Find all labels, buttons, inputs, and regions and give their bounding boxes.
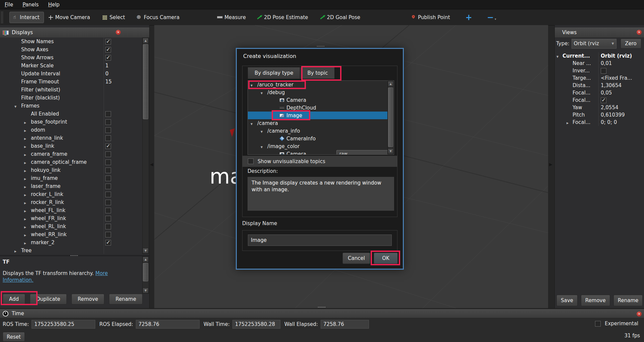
expander-arrow[interactable] bbox=[24, 151, 31, 157]
tool-button[interactable]: Select bbox=[102, 14, 125, 20]
view-property-row[interactable]: Targe... <Fixed Fra... bbox=[555, 74, 644, 82]
displays-action-button[interactable]: Remove bbox=[71, 294, 105, 304]
tool-button[interactable]: Measure bbox=[217, 14, 246, 20]
splitter-handle[interactable] bbox=[318, 307, 326, 307]
scroll-down-icon[interactable]: ▼ bbox=[388, 148, 393, 154]
property-row[interactable]: Frames bbox=[0, 102, 142, 110]
splitter-handle[interactable] bbox=[70, 255, 78, 256]
scroll-down-icon[interactable]: ▼ bbox=[143, 288, 149, 293]
property-row[interactable]: wheel_RL_link bbox=[0, 222, 142, 230]
reset-button[interactable]: Reset bbox=[3, 332, 25, 342]
view-property-value[interactable]: Orbit (rviz) bbox=[601, 53, 632, 59]
property-row[interactable]: Frame Timeout 15 bbox=[0, 78, 142, 86]
property-checkbox[interactable] bbox=[105, 143, 111, 149]
expander-arrow[interactable] bbox=[24, 143, 31, 149]
view-property-value[interactable]: 0,01 bbox=[601, 60, 612, 66]
expander-arrow[interactable] bbox=[24, 167, 31, 173]
display-name-input[interactable]: Image bbox=[248, 234, 392, 246]
splitter-handle[interactable] bbox=[317, 46, 325, 47]
expander-arrow[interactable] bbox=[24, 207, 31, 213]
view-property-value[interactable]: 1,30654 bbox=[601, 82, 622, 88]
property-checkbox[interactable] bbox=[105, 135, 111, 141]
property-checkbox[interactable] bbox=[105, 208, 111, 213]
property-row[interactable]: Show Axes bbox=[0, 46, 142, 54]
topic-row[interactable]: /camera_info bbox=[248, 127, 394, 135]
topic-row[interactable]: DepthCloud bbox=[248, 104, 394, 112]
time-field-value[interactable]: 7258.76 bbox=[321, 320, 369, 329]
dialog-tab[interactable]: By display type bbox=[248, 67, 300, 79]
property-row[interactable]: wheel_RR_link bbox=[0, 230, 142, 238]
scroll-down-icon[interactable]: ▼ bbox=[143, 248, 149, 254]
tool-button[interactable]: 2D Goal Pose bbox=[320, 14, 361, 20]
expander-arrow[interactable] bbox=[24, 199, 31, 205]
property-row[interactable]: Filter (whitelist) bbox=[0, 86, 142, 94]
view-property-row[interactable]: Current... Orbit (rviz) bbox=[555, 52, 644, 60]
view-property-row[interactable]: Dista... 1,30654 bbox=[555, 82, 644, 89]
property-row[interactable]: Show Arrows bbox=[0, 54, 142, 62]
displays-action-button[interactable]: Add bbox=[3, 294, 25, 304]
property-checkbox[interactable] bbox=[105, 167, 111, 173]
tool-button[interactable]: 2D Pose Estimate bbox=[257, 14, 308, 20]
time-field-value[interactable]: 1752253580.25 bbox=[32, 320, 95, 329]
scroll-up-icon[interactable]: ▲ bbox=[143, 38, 149, 44]
expander-arrow[interactable] bbox=[251, 82, 257, 88]
property-row[interactable]: marker_2 bbox=[0, 238, 142, 247]
property-checkbox[interactable] bbox=[105, 184, 111, 189]
view-type-dropdown[interactable]: Orbit (rviz ▼ bbox=[572, 39, 616, 49]
property-checkbox[interactable] bbox=[105, 127, 111, 133]
view-property-row[interactable]: Yaw 2,0554 bbox=[555, 104, 644, 111]
topic-tree-scrollbar[interactable]: ▲ ▼ bbox=[387, 81, 394, 154]
views-action-button[interactable]: Remove bbox=[581, 295, 610, 306]
property-row[interactable]: Update Interval 0 bbox=[0, 70, 142, 78]
property-checkbox[interactable] bbox=[105, 151, 111, 157]
collapse-right-panel-icon[interactable]: ▶ bbox=[549, 162, 552, 167]
property-checkbox[interactable] bbox=[105, 119, 111, 125]
menu-item[interactable]: File bbox=[0, 2, 18, 8]
dialog-tab[interactable]: By topic bbox=[300, 67, 335, 79]
view-property-row[interactable]: Focal... 0; 0; 0 bbox=[555, 119, 644, 126]
displays-action-button[interactable]: Rename bbox=[109, 294, 143, 304]
expander-arrow[interactable] bbox=[24, 159, 31, 165]
expander-arrow[interactable] bbox=[24, 223, 31, 229]
property-checkbox[interactable] bbox=[105, 176, 111, 181]
property-value[interactable]: 15 bbox=[105, 79, 112, 85]
expander-arrow[interactable] bbox=[24, 191, 31, 197]
chevron-down-icon[interactable]: ▾ bbox=[495, 17, 496, 21]
expander-arrow[interactable] bbox=[261, 89, 267, 95]
topic-row[interactable]: /aruco_tracker bbox=[248, 81, 394, 88]
tool-button[interactable]: Publish Point bbox=[411, 14, 450, 20]
displays-scrollbar[interactable]: ▲ ▼ bbox=[142, 38, 149, 254]
cancel-button[interactable]: Cancel bbox=[342, 253, 370, 264]
tool-button[interactable]: Interact bbox=[9, 12, 44, 23]
property-row[interactable]: wheel_FR_link bbox=[0, 214, 142, 222]
property-checkbox[interactable] bbox=[105, 39, 111, 45]
expander-arrow[interactable] bbox=[24, 127, 31, 133]
remove-tool-button[interactable]: − ▾ bbox=[487, 13, 496, 22]
view-property-checkbox[interactable] bbox=[601, 68, 606, 74]
property-checkbox[interactable] bbox=[105, 111, 111, 117]
topic-row[interactable]: /camera bbox=[248, 119, 394, 127]
toolbar-drag-handle[interactable] bbox=[1, 11, 3, 23]
view-property-checkbox[interactable] bbox=[601, 97, 606, 103]
view-property-row[interactable]: Focal... 0,05 bbox=[555, 89, 644, 96]
ok-button[interactable]: OK bbox=[374, 253, 398, 264]
view-property-row[interactable]: Inver... bbox=[555, 67, 644, 74]
property-checkbox[interactable] bbox=[105, 55, 111, 61]
property-checkbox[interactable] bbox=[105, 232, 111, 237]
property-checkbox[interactable] bbox=[105, 200, 111, 205]
property-row[interactable]: rocker_L_link bbox=[0, 190, 142, 198]
view-property-value[interactable]: 0,05 bbox=[601, 90, 612, 96]
view-property-row[interactable]: Near ... 0,01 bbox=[555, 60, 644, 67]
expander-arrow[interactable] bbox=[24, 135, 31, 141]
property-checkbox[interactable] bbox=[105, 224, 111, 229]
view-property-row[interactable]: Pitch 0,610399 bbox=[555, 111, 644, 119]
time-field-value[interactable]: 7258.76 bbox=[136, 320, 200, 329]
displays-panel-header[interactable]: Displays bbox=[0, 27, 149, 38]
expander-arrow[interactable] bbox=[24, 215, 31, 221]
view-property-row[interactable]: Focal... bbox=[555, 96, 644, 104]
property-value[interactable]: 1 bbox=[105, 63, 109, 69]
topic-row[interactable]: CameraInfo bbox=[248, 135, 394, 142]
property-value[interactable]: 0 bbox=[105, 71, 109, 77]
topic-row[interactable]: /image_color bbox=[248, 142, 394, 150]
show-unvisualizable-checkbox[interactable] bbox=[248, 158, 254, 164]
